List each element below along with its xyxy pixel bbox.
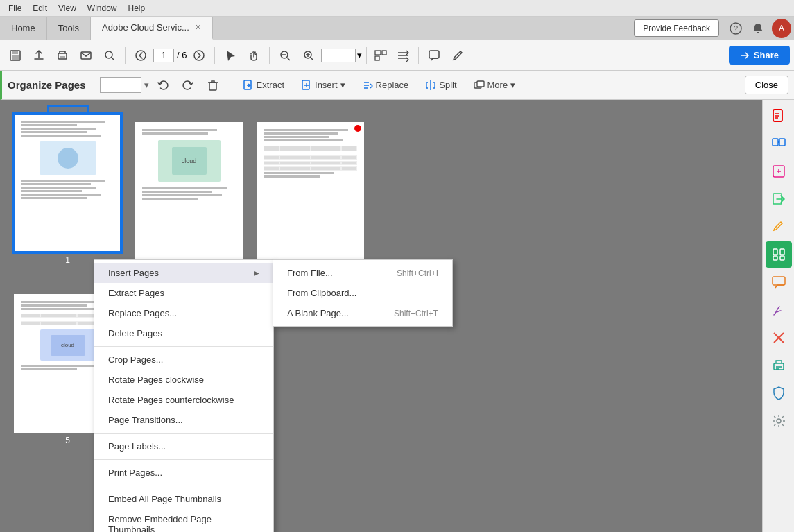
upload-button[interactable]: [28, 44, 50, 67]
sub-from-file[interactable]: From File... Shift+Ctrl+I: [273, 263, 452, 283]
sub-blank-page[interactable]: A Blank Page... Shift+Ctrl+T: [273, 303, 452, 323]
ctx-insert-pages[interactable]: Insert Pages ▶: [94, 263, 273, 283]
organize-page-dropdown[interactable]: ▾: [144, 80, 149, 90]
sidebar-print-icon[interactable]: [766, 352, 792, 379]
svg-line-14: [287, 58, 290, 60]
ctx-delete-pages[interactable]: Delete Pages: [94, 323, 273, 343]
share-label: Share: [754, 50, 779, 60]
sidebar-protect-icon[interactable]: [766, 380, 792, 406]
svg-line-9: [112, 58, 114, 60]
select-tool-button[interactable]: [219, 44, 241, 67]
sidebar-combine-icon[interactable]: [766, 130, 792, 157]
insert-button[interactable]: Insert ▾: [294, 77, 352, 94]
sidebar-tools-icon[interactable]: [766, 408, 792, 434]
replace-button[interactable]: Replace: [355, 77, 416, 94]
svg-point-46: [777, 419, 781, 423]
sub-blank-page-shortcut: Shift+Ctrl+T: [394, 309, 438, 318]
tab-bar: Home Tools Adobe Cloud Servic... ✕ Provi…: [0, 17, 794, 40]
ctx-rotate-ccw[interactable]: Rotate Pages counterclockwise: [94, 390, 273, 410]
feedback-button[interactable]: Provide Feedback: [634, 19, 719, 37]
ctx-print-label: Print Pages...: [108, 467, 162, 478]
tab-home[interactable]: Home: [0, 17, 47, 40]
zoom-out-button[interactable]: [274, 44, 296, 67]
page-4-thumb[interactable]: [257, 122, 364, 261]
sidebar-comment-icon[interactable]: [766, 269, 792, 295]
svg-rect-41: [780, 256, 784, 260]
insert-dropdown-icon[interactable]: ▾: [340, 80, 345, 90]
separator-2: [214, 47, 215, 64]
page-4-indicator: [354, 125, 361, 132]
zoom-dropdown-icon[interactable]: ▾: [357, 50, 362, 60]
search-button[interactable]: [98, 44, 121, 67]
menu-window[interactable]: Window: [82, 2, 123, 15]
tab-adobe-cloud[interactable]: Adobe Cloud Servic... ✕: [91, 17, 213, 40]
delete-pages-button[interactable]: [202, 74, 224, 96]
page-thumb-3[interactable]: cloud 3: [135, 114, 243, 273]
undo-button[interactable]: [152, 74, 174, 96]
split-button[interactable]: Split: [418, 77, 463, 94]
main-toolbar: 1 / 6 57.3% ▾ Share: [0, 40, 794, 71]
ctx-remove-label: Remove Embedded Page Thumbnails: [108, 514, 259, 532]
page-thumb-4[interactable]: 4: [257, 114, 364, 273]
main-area: 1 cloud 3: [0, 100, 794, 532]
ctx-remove-thumbnails[interactable]: Remove Embedded Page Thumbnails: [94, 509, 273, 532]
notifications-icon[interactable]: [748, 19, 768, 38]
sidebar-sign-icon[interactable]: [766, 297, 792, 323]
more-dropdown-icon[interactable]: ▾: [510, 80, 515, 90]
email-button[interactable]: [75, 44, 97, 67]
page-1-thumb[interactable]: [14, 114, 121, 252]
svg-rect-40: [773, 256, 777, 260]
sub-from-clipboard[interactable]: From Clipboard...: [273, 283, 452, 303]
svg-point-8: [105, 51, 112, 58]
sidebar-export-icon[interactable]: [766, 186, 792, 212]
scroll-mode-button[interactable]: [392, 44, 414, 67]
sidebar-redact-icon[interactable]: [766, 325, 792, 351]
extract-button[interactable]: Extract: [236, 77, 291, 94]
more-button[interactable]: More ▾: [467, 77, 523, 94]
svg-rect-25: [429, 51, 439, 58]
next-page-button[interactable]: [188, 44, 210, 67]
more-label: More: [487, 80, 508, 90]
ctx-print-pages[interactable]: Print Pages...: [94, 463, 273, 483]
save-button[interactable]: [4, 44, 26, 67]
ctx-extract-pages[interactable]: Extract Pages: [94, 283, 273, 303]
share-button[interactable]: Share: [729, 46, 790, 65]
sidebar-edit-icon[interactable]: [766, 214, 792, 240]
page-3-thumb[interactable]: cloud: [135, 122, 243, 261]
ctx-page-labels[interactable]: Page Labels...: [94, 436, 273, 456]
ctx-embed-thumbnails[interactable]: Embed All Page Thumbnails: [94, 489, 273, 509]
svg-rect-26: [209, 83, 216, 90]
svg-rect-34: [773, 139, 778, 146]
svg-rect-21: [375, 56, 379, 60]
right-sidebar: [762, 100, 794, 532]
tab-close-icon[interactable]: ✕: [195, 23, 201, 32]
comment-button[interactable]: [423, 44, 445, 67]
tab-tools[interactable]: Tools: [47, 17, 91, 40]
close-button[interactable]: Close: [745, 76, 788, 94]
menu-edit[interactable]: Edit: [27, 2, 53, 15]
zoom-input[interactable]: 57.3%: [321, 49, 356, 62]
menu-view[interactable]: View: [53, 2, 82, 15]
fit-page-button[interactable]: [371, 44, 390, 67]
prev-page-button[interactable]: [130, 44, 152, 67]
page-number-input[interactable]: 1: [153, 49, 174, 62]
draw-button[interactable]: [447, 44, 469, 67]
redo-button[interactable]: [177, 74, 199, 96]
sidebar-pdf-icon[interactable]: [766, 103, 792, 129]
organize-page-input[interactable]: 1: [100, 77, 141, 93]
user-avatar[interactable]: A: [772, 19, 791, 38]
zoom-in-button[interactable]: [297, 44, 320, 67]
hand-tool-button[interactable]: [243, 44, 265, 67]
page-thumb-1[interactable]: 1: [14, 114, 121, 273]
separator-5: [418, 47, 419, 64]
menu-file[interactable]: File: [3, 2, 27, 15]
help-icon[interactable]: ?: [726, 19, 745, 38]
print-button[interactable]: [51, 44, 74, 67]
menu-help[interactable]: Help: [123, 2, 151, 15]
ctx-page-transitions[interactable]: Page Transitions...: [94, 410, 273, 430]
sidebar-compress-icon[interactable]: [766, 158, 792, 185]
sidebar-organize-icon[interactable]: [766, 241, 792, 268]
ctx-rotate-cw[interactable]: Rotate Pages clockwise: [94, 370, 273, 390]
ctx-replace-pages[interactable]: Replace Pages...: [94, 303, 273, 323]
ctx-crop-pages[interactable]: Crop Pages...: [94, 350, 273, 370]
